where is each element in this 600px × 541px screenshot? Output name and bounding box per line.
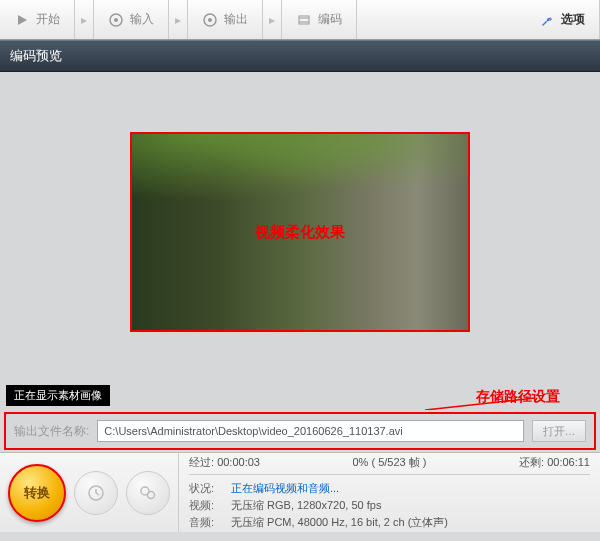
remaining-label: 还剩: xyxy=(519,456,544,468)
chevron-icon: ▸ xyxy=(75,0,94,39)
tab-label: 开始 xyxy=(36,11,60,28)
wrench-icon xyxy=(539,12,555,28)
tab-input[interactable]: 输入 xyxy=(94,0,169,39)
stop-button[interactable] xyxy=(126,471,170,515)
svg-point-13 xyxy=(148,491,155,498)
audio-label: 音频: xyxy=(189,515,221,530)
reel-icon xyxy=(108,12,124,28)
play-icon xyxy=(14,12,30,28)
browse-button[interactable]: 打开… xyxy=(532,420,586,442)
progress-panel: 经过: 00:00:03 0% ( 5/523 帧 ) 还剩: 00:06:11… xyxy=(179,453,600,532)
video-label: 视频: xyxy=(189,498,221,513)
film-icon xyxy=(296,12,312,28)
annotation-arrow xyxy=(425,380,565,410)
panel-title: 编码预览 xyxy=(0,40,600,72)
audio-value: 无压缩 PCM, 48000 Hz, 16 bit, 2 ch (立体声) xyxy=(231,515,448,530)
preview-overlay-text: 视频柔化效果 xyxy=(255,223,345,242)
status-value: 正在编码视频和音频... xyxy=(231,481,339,496)
output-path-input[interactable] xyxy=(97,420,524,442)
video-value: 无压缩 RGB, 1280x720, 50 fps xyxy=(231,498,381,513)
tab-start[interactable]: 开始 xyxy=(0,0,75,39)
gears-icon xyxy=(139,484,157,502)
status-label: 状况: xyxy=(189,481,221,496)
svg-line-11 xyxy=(96,493,99,495)
tab-label: 编码 xyxy=(318,11,342,28)
pause-button[interactable] xyxy=(74,471,118,515)
svg-marker-0 xyxy=(18,15,27,25)
remaining-value: 00:06:11 xyxy=(547,456,590,468)
elapsed-label: 经过: xyxy=(189,456,214,468)
convert-button[interactable]: 转换 xyxy=(8,464,66,522)
elapsed-value: 00:00:03 xyxy=(217,456,260,468)
tab-label: 输入 xyxy=(130,11,154,28)
action-buttons: 转换 xyxy=(0,453,179,532)
bottom-bar: 转换 经过: 00:00:03 0% ( 5/523 帧 ) 还剩: 00:06… xyxy=(0,452,600,532)
convert-label: 转换 xyxy=(24,484,50,502)
tab-encode[interactable]: 编码 xyxy=(282,0,357,39)
percent-value: 0% ( 5/523 帧 ) xyxy=(353,455,427,470)
chevron-icon: ▸ xyxy=(169,0,188,39)
svg-point-4 xyxy=(208,18,212,22)
output-label: 输出文件名称: xyxy=(14,423,89,440)
clock-icon xyxy=(87,484,105,502)
tab-options[interactable]: 选项 xyxy=(525,0,600,39)
tab-label: 输出 xyxy=(224,11,248,28)
tab-output[interactable]: 输出 xyxy=(188,0,263,39)
svg-line-8 xyxy=(425,398,535,410)
preview-box: 视频柔化效果 xyxy=(130,132,470,332)
chevron-icon: ▸ xyxy=(263,0,282,39)
preview-area: 视频柔化效果 正在显示素材画像 存储路径设置 xyxy=(0,72,600,412)
svg-point-2 xyxy=(114,18,118,22)
tab-label: 选项 xyxy=(561,11,585,28)
reel-icon xyxy=(202,12,218,28)
preview-status: 正在显示素材画像 xyxy=(6,385,110,406)
output-path-row: 输出文件名称: 打开… xyxy=(4,412,596,450)
svg-rect-5 xyxy=(299,16,309,24)
top-toolbar: 开始 ▸ 输入 ▸ 输出 ▸ 编码 选项 xyxy=(0,0,600,40)
